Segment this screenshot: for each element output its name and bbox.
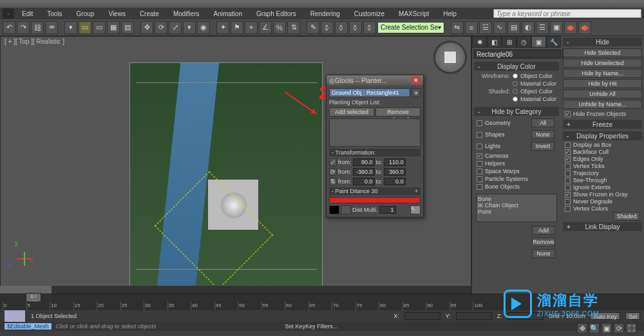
disp-prop-checkbox[interactable] — [565, 185, 571, 191]
time-slider[interactable]: 0 / 100 — [0, 294, 644, 301]
rot-to-spinner[interactable] — [384, 168, 406, 176]
menu-edit[interactable]: Edit — [15, 9, 39, 19]
list-item[interactable]: IK Chain Object — [478, 202, 555, 209]
hide-cat-checkbox[interactable] — [477, 120, 482, 126]
hide-cat-invert-button[interactable]: Invert — [531, 142, 554, 151]
hide-cat-checkbox[interactable] — [477, 184, 482, 190]
dist-multi-spinner[interactable] — [379, 206, 396, 214]
time-slider-head[interactable]: 0 / 100 — [26, 293, 41, 302]
disp-prop-checkbox[interactable] — [565, 171, 571, 176]
unlink-icon[interactable]: ⚮ — [45, 21, 58, 34]
list-item[interactable]: Point — [478, 209, 555, 215]
spinner-snap-icon[interactable]: ⇅ — [287, 21, 300, 34]
viewport-hscroll[interactable] — [0, 286, 471, 294]
color-swatch-black[interactable] — [329, 205, 339, 214]
dialog-titlebar[interactable]: ◎ Gtools -- Planter... ✕ — [327, 75, 423, 86]
off-to-spinner[interactable] — [384, 178, 406, 185]
hide-cat-none-button[interactable]: None — [531, 130, 554, 139]
hide-cat-all-button[interactable]: All — [531, 118, 554, 127]
x-field[interactable] — [404, 312, 440, 320]
redo-icon[interactable]: ↷ — [17, 21, 30, 34]
menu-rendering[interactable]: Rendering — [304, 9, 346, 19]
keyfilters-button[interactable]: Key Filters... — [305, 323, 337, 330]
material-editor-icon[interactable]: ◐ — [522, 21, 535, 34]
y-field[interactable] — [456, 312, 492, 320]
ground-obj-button[interactable]: Ground Obj : Rectangle41 — [329, 88, 410, 97]
menu-animation[interactable]: Animation — [207, 9, 248, 19]
category-list[interactable]: Bone IK Chain Object Point — [476, 194, 557, 222]
category-add-button[interactable]: Add — [532, 226, 555, 235]
pan-icon[interactable]: ✥ — [577, 323, 587, 333]
select-name-icon[interactable]: ▭ — [93, 21, 106, 34]
tab-hierarchy-icon[interactable]: ⊞ — [502, 36, 516, 48]
transformation-header[interactable]: - Transformation: — [329, 149, 421, 156]
rot-from-spinner[interactable] — [353, 168, 375, 176]
disp-prop-checkbox[interactable] — [565, 156, 571, 162]
viewport-canvas[interactable] — [129, 62, 323, 288]
shaded-material-color-radio[interactable] — [513, 97, 518, 102]
remove-selected-button[interactable]: Remove selected — [375, 107, 421, 117]
move-icon[interactable]: ✥ — [140, 21, 153, 34]
help-search-input[interactable] — [493, 9, 641, 18]
hide-cat-checkbox[interactable] — [477, 176, 482, 182]
hide-cat-checkbox[interactable] — [477, 132, 482, 138]
hide-unselected-button[interactable]: Hide Unselected — [563, 59, 642, 68]
maxscript-listener-tag[interactable]: $Editable_Mesh — [4, 322, 52, 330]
wireframe-material-color-radio[interactable] — [513, 81, 518, 86]
tab-utilities-icon[interactable]: 🔧 — [546, 36, 561, 48]
select-filter-icon[interactable]: ▾ — [64, 21, 77, 34]
tab-display-icon[interactable]: ▣ — [531, 36, 546, 48]
list-item[interactable]: Bone — [478, 196, 555, 202]
help-search[interactable] — [493, 9, 641, 18]
select-object-icon[interactable]: ▭ — [79, 21, 91, 34]
schematic-icon[interactable]: ▤ — [507, 21, 520, 34]
rollout-header-display-color[interactable]: -Display Color — [474, 62, 559, 71]
menu-help[interactable]: Help — [437, 9, 463, 19]
window-crossing-icon[interactable]: ▧ — [121, 21, 134, 34]
disp-prop-checkbox[interactable] — [565, 178, 571, 183]
disp-prop-checkbox[interactable] — [565, 206, 571, 212]
unhide-all-button[interactable]: Unhide All — [563, 89, 642, 98]
render-prod-icon[interactable]: 🫖 — [578, 21, 591, 34]
hide-frozen-checkbox[interactable] — [565, 111, 571, 117]
app-icon[interactable]: ◦ — [3, 8, 14, 19]
viewcube[interactable] — [433, 41, 467, 74]
disp-prop-checkbox[interactable] — [565, 149, 571, 155]
disp-prop-checkbox[interactable] — [565, 199, 571, 205]
paint-distance-slider[interactable] — [329, 197, 421, 203]
object-name-field[interactable] — [474, 50, 561, 59]
hide-selected-button[interactable]: Hide Selected — [563, 48, 642, 57]
unhide-by-name-button[interactable]: Unhide by Name... — [563, 100, 642, 109]
manip-icon[interactable]: ✦ — [216, 21, 229, 34]
selected-button[interactable]: Sel — [625, 312, 640, 320]
rollout-header-link-display[interactable]: +Link Display — [563, 222, 642, 231]
render-frame-icon[interactable]: ▣ — [550, 21, 563, 34]
zoom-extents-icon[interactable]: ▣ — [601, 323, 612, 333]
tab-modify-icon[interactable]: ◧ — [487, 36, 502, 48]
undo-icon[interactable]: ↶ — [3, 21, 15, 34]
menu-maxscript[interactable]: MAXScript — [392, 9, 435, 19]
hide-by-name-button[interactable]: Hide by Name... — [563, 69, 642, 78]
align-icon[interactable]: ≡ — [465, 21, 478, 34]
magnet-icon[interactable]: ⧲ — [321, 21, 334, 34]
orbit-icon[interactable]: ⟳ — [614, 323, 624, 333]
menu-group[interactable]: Group — [70, 9, 101, 19]
tool-icon[interactable] — [341, 205, 351, 214]
menu-tools[interactable]: Tools — [41, 9, 68, 19]
setkey-button[interactable]: Set Key — [285, 323, 306, 330]
off-from-spinner[interactable] — [353, 178, 375, 185]
select-region-icon[interactable]: ▦ — [107, 21, 120, 34]
hide-cat-checkbox[interactable] — [477, 153, 482, 159]
rollout-header-display-props[interactable]: -Display Properties — [563, 131, 642, 140]
scale-icon[interactable]: ⤢ — [169, 21, 182, 34]
rollout-header-hide[interactable]: -Hide — [563, 37, 642, 46]
hide-cat-checkbox[interactable] — [477, 144, 482, 149]
zoom-icon[interactable]: 🔍 — [589, 323, 600, 333]
named-sel-icon[interactable]: ✎ — [307, 21, 319, 34]
tab-create-icon[interactable]: ✺ — [472, 36, 487, 48]
lock-selection-icon[interactable] — [4, 310, 26, 322]
z-field[interactable] — [507, 312, 544, 320]
paint-distance-header[interactable]: - Paint Ditance 30+ — [329, 187, 421, 195]
curve-editor-icon[interactable]: ∿ — [493, 21, 506, 34]
rollout-header-freeze[interactable]: +Freeze — [563, 120, 642, 129]
